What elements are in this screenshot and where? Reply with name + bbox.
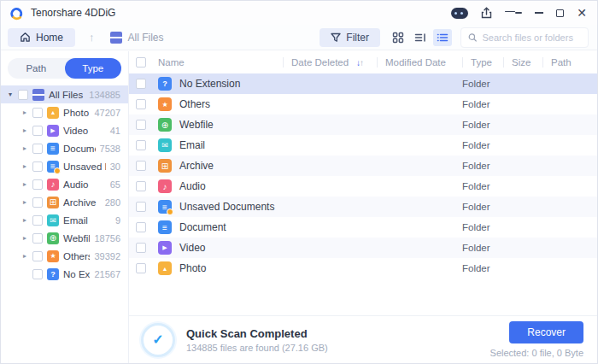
row-checkbox[interactable] bbox=[136, 99, 146, 109]
table-row[interactable]: Unsaved Documents Folder bbox=[129, 197, 597, 217]
share-icon[interactable] bbox=[481, 7, 492, 19]
checkbox[interactable] bbox=[32, 269, 43, 279]
app-logo-icon bbox=[9, 6, 24, 21]
breadcrumb[interactable]: All Files bbox=[110, 32, 164, 44]
row-checkbox[interactable] bbox=[136, 79, 146, 89]
expander-icon[interactable] bbox=[21, 126, 28, 134]
row-checkbox[interactable] bbox=[136, 161, 146, 171]
checkbox[interactable] bbox=[18, 90, 28, 100]
column-header-path[interactable]: Path bbox=[542, 57, 597, 68]
home-icon bbox=[20, 32, 31, 43]
sidebar-tree-item[interactable]: Unsaved Docum... 30 bbox=[1, 157, 128, 175]
column-header-modified-date[interactable]: Modified Date bbox=[377, 57, 462, 68]
tab-path[interactable]: Path bbox=[8, 58, 65, 79]
sidebar-tree-item[interactable]: Document 7538 bbox=[1, 139, 128, 157]
recover-button[interactable]: Recover bbox=[509, 321, 583, 343]
tree-item-count: 65 bbox=[110, 179, 120, 190]
row-checkbox[interactable] bbox=[136, 222, 146, 232]
expander-icon[interactable] bbox=[21, 198, 28, 206]
row-checkbox[interactable] bbox=[136, 243, 146, 253]
file-type-icon bbox=[47, 268, 59, 280]
home-button[interactable]: Home bbox=[8, 28, 75, 47]
sidebar-tree-item[interactable]: All Files 134885 bbox=[1, 85, 128, 103]
table-row[interactable]: Photo Folder bbox=[129, 258, 597, 279]
sidebar-tree-item[interactable]: Others 39392 bbox=[1, 247, 128, 265]
sidebar: Path Type All Files 134885 Photo bbox=[1, 51, 129, 363]
checkbox[interactable] bbox=[32, 233, 43, 244]
checkbox[interactable] bbox=[32, 126, 43, 136]
assistant-icon[interactable] bbox=[451, 8, 468, 19]
row-type: Folder bbox=[462, 140, 503, 150]
table-row[interactable]: Archive Folder bbox=[129, 156, 597, 176]
column-header-type[interactable]: Type bbox=[462, 57, 503, 68]
row-name: No Extension bbox=[179, 78, 240, 90]
row-type: Folder bbox=[462, 181, 503, 191]
table-row[interactable]: No Extension Folder bbox=[129, 73, 597, 94]
column-header-date-deleted[interactable]: Date Deleted bbox=[283, 57, 356, 68]
minimize-button[interactable] bbox=[535, 12, 543, 14]
expander-icon[interactable] bbox=[21, 162, 28, 170]
toolbar: Home ↑ All Files Filter bbox=[1, 25, 597, 50]
tab-type[interactable]: Type bbox=[65, 58, 122, 79]
file-type-tree: All Files 134885 Photo 47207 Video 41 bbox=[1, 85, 128, 283]
row-checkbox[interactable] bbox=[136, 120, 146, 130]
sidebar-tree-item[interactable]: Audio 65 bbox=[1, 175, 128, 193]
table-row[interactable]: Video Folder bbox=[129, 238, 597, 258]
file-type-icon bbox=[158, 241, 172, 255]
checkbox[interactable] bbox=[32, 144, 43, 154]
sidebar-tree-item[interactable]: Email 9 bbox=[1, 211, 128, 229]
column-header-size[interactable]: Size bbox=[503, 57, 542, 68]
checkbox[interactable] bbox=[32, 108, 43, 118]
expander-icon[interactable] bbox=[21, 109, 28, 116]
checkbox[interactable] bbox=[32, 215, 43, 226]
sidebar-tree-item[interactable]: Webfile 18756 bbox=[1, 229, 128, 247]
checkbox[interactable] bbox=[32, 197, 43, 208]
row-checkbox[interactable] bbox=[136, 263, 146, 273]
file-type-icon bbox=[47, 232, 59, 244]
row-checkbox[interactable] bbox=[136, 181, 146, 191]
filter-button-label: Filter bbox=[346, 32, 369, 44]
funnel-icon bbox=[331, 32, 341, 43]
menu-icon[interactable] bbox=[505, 11, 522, 15]
file-type-icon bbox=[47, 197, 59, 208]
expander-icon[interactable] bbox=[21, 144, 28, 152]
checkbox[interactable] bbox=[32, 161, 43, 172]
search-box[interactable] bbox=[460, 27, 589, 48]
search-input[interactable] bbox=[483, 32, 582, 43]
expander-icon[interactable] bbox=[21, 216, 28, 224]
grid-view-icon[interactable] bbox=[389, 29, 407, 46]
expander-icon[interactable] bbox=[7, 91, 14, 98]
sidebar-tree-item[interactable]: Archive 280 bbox=[1, 193, 128, 211]
table-row[interactable]: Webfile Folder bbox=[129, 114, 597, 135]
file-type-icon bbox=[47, 107, 59, 119]
table-row[interactable]: Document Folder bbox=[129, 217, 597, 238]
table-row[interactable]: Audio Folder bbox=[129, 176, 597, 197]
file-type-icon bbox=[158, 220, 172, 234]
selected-info: Selected: 0 file, 0 Byte bbox=[490, 348, 583, 358]
filter-button[interactable]: Filter bbox=[320, 28, 380, 47]
checkbox[interactable] bbox=[32, 179, 43, 190]
expander-icon[interactable] bbox=[21, 180, 28, 188]
table-row[interactable]: Email Folder bbox=[129, 135, 597, 156]
navigate-up-icon[interactable]: ↑ bbox=[89, 31, 95, 44]
checkbox[interactable] bbox=[32, 251, 43, 261]
expander-icon[interactable] bbox=[21, 252, 28, 260]
file-type-icon bbox=[158, 77, 172, 91]
sidebar-tree-item[interactable]: No Extension 21567 bbox=[1, 265, 128, 283]
column-header-name[interactable]: Name bbox=[158, 57, 283, 68]
maximize-button[interactable] bbox=[556, 9, 564, 17]
list-view-icon[interactable] bbox=[433, 29, 452, 46]
table-row[interactable]: Others Folder bbox=[129, 94, 597, 114]
sort-icons[interactable]: ↓↑ bbox=[356, 58, 377, 68]
expander-icon[interactable] bbox=[21, 234, 28, 242]
select-all-checkbox[interactable] bbox=[136, 57, 146, 68]
tree-item-label: Others bbox=[63, 251, 90, 261]
row-checkbox[interactable] bbox=[136, 140, 146, 150]
row-checkbox[interactable] bbox=[136, 202, 146, 212]
file-type-icon bbox=[158, 179, 172, 193]
file-type-icon bbox=[47, 179, 59, 191]
close-button[interactable]: ✕ bbox=[577, 7, 587, 19]
sidebar-tree-item[interactable]: Video 41 bbox=[1, 121, 128, 139]
sidebar-tree-item[interactable]: Photo 47207 bbox=[1, 103, 128, 121]
detail-view-icon[interactable] bbox=[411, 29, 430, 46]
